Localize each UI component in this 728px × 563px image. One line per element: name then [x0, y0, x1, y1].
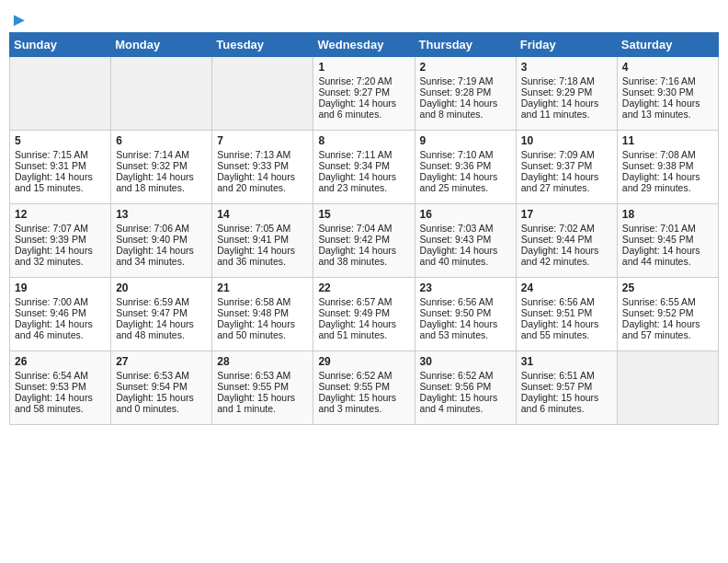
- sunrise-text: Sunrise: 6:52 AM: [318, 370, 409, 381]
- calendar-cell: 30Sunrise: 6:52 AMSunset: 9:56 PMDayligh…: [415, 351, 516, 425]
- day-number: 21: [217, 282, 308, 294]
- daylight-text: Daylight: 15 hours and 3 minutes.: [318, 392, 409, 414]
- sunrise-text: Sunrise: 6:55 AM: [622, 296, 713, 307]
- calendar-cell: 15Sunrise: 7:04 AMSunset: 9:42 PMDayligh…: [313, 204, 415, 278]
- daylight-text: Daylight: 14 hours and 38 minutes.: [318, 245, 409, 267]
- calendar-cell: 16Sunrise: 7:03 AMSunset: 9:43 PMDayligh…: [415, 204, 516, 278]
- logo: ►: [9, 9, 28, 27]
- sunrise-text: Sunrise: 7:07 AM: [15, 223, 106, 234]
- sunset-text: Sunset: 9:37 PM: [521, 160, 612, 171]
- sunset-text: Sunset: 9:42 PM: [318, 234, 409, 245]
- day-number: 9: [420, 134, 511, 147]
- day-number: 20: [116, 282, 207, 294]
- sunrise-text: Sunrise: 7:13 AM: [217, 149, 308, 160]
- sunset-text: Sunset: 9:49 PM: [318, 307, 409, 318]
- sunrise-text: Sunrise: 6:57 AM: [318, 296, 409, 307]
- day-number: 12: [15, 208, 106, 221]
- sunrise-text: Sunrise: 7:09 AM: [521, 149, 612, 160]
- sunrise-text: Sunrise: 7:20 AM: [318, 75, 409, 86]
- calendar-cell: 7Sunrise: 7:13 AMSunset: 9:33 PMDaylight…: [212, 131, 313, 204]
- weekday-header-friday: Friday: [516, 33, 617, 57]
- sunset-text: Sunset: 9:57 PM: [521, 381, 612, 392]
- daylight-text: Daylight: 14 hours and 42 minutes.: [521, 245, 612, 267]
- daylight-text: Daylight: 14 hours and 32 minutes.: [15, 245, 106, 267]
- sunrise-text: Sunrise: 7:06 AM: [116, 223, 207, 234]
- sunset-text: Sunset: 9:55 PM: [318, 381, 409, 392]
- logo-arrow-icon: ►: [10, 9, 28, 30]
- calendar-cell: 20Sunrise: 6:59 AMSunset: 9:47 PMDayligh…: [111, 278, 212, 351]
- sunrise-text: Sunrise: 7:04 AM: [318, 223, 409, 234]
- calendar-cell: 27Sunrise: 6:53 AMSunset: 9:54 PMDayligh…: [111, 351, 212, 425]
- sunset-text: Sunset: 9:30 PM: [622, 86, 713, 98]
- day-number: 14: [217, 208, 308, 221]
- daylight-text: Daylight: 14 hours and 58 minutes.: [15, 392, 106, 414]
- sunrise-text: Sunrise: 6:59 AM: [116, 296, 207, 307]
- sunset-text: Sunset: 9:40 PM: [116, 234, 207, 245]
- sunrise-text: Sunrise: 7:18 AM: [521, 75, 612, 86]
- day-number: 28: [217, 355, 308, 368]
- calendar-cell: 5Sunrise: 7:15 AMSunset: 9:31 PMDaylight…: [10, 131, 111, 204]
- calendar-cell: 24Sunrise: 6:56 AMSunset: 9:51 PMDayligh…: [516, 278, 617, 351]
- daylight-text: Daylight: 14 hours and 53 minutes.: [420, 318, 511, 340]
- daylight-text: Daylight: 14 hours and 27 minutes.: [521, 171, 612, 193]
- weekday-header-thursday: Thursday: [415, 33, 516, 57]
- calendar-cell: [10, 57, 111, 131]
- day-number: 8: [318, 134, 409, 147]
- sunset-text: Sunset: 9:36 PM: [420, 160, 511, 171]
- sunrise-text: Sunrise: 7:16 AM: [622, 75, 713, 86]
- sunrise-text: Sunrise: 7:14 AM: [116, 149, 207, 160]
- sunset-text: Sunset: 9:29 PM: [521, 86, 612, 98]
- sunrise-text: Sunrise: 7:08 AM: [622, 149, 713, 160]
- daylight-text: Daylight: 14 hours and 50 minutes.: [217, 318, 308, 340]
- day-number: 22: [318, 282, 409, 294]
- page-header: ►: [9, 9, 719, 27]
- day-number: 25: [622, 282, 713, 294]
- sunset-text: Sunset: 9:47 PM: [116, 307, 207, 318]
- sunset-text: Sunset: 9:39 PM: [15, 234, 106, 245]
- calendar-cell: 17Sunrise: 7:02 AMSunset: 9:44 PMDayligh…: [516, 204, 617, 278]
- day-number: 7: [217, 134, 308, 147]
- sunset-text: Sunset: 9:32 PM: [116, 160, 207, 171]
- calendar-cell: 28Sunrise: 6:53 AMSunset: 9:55 PMDayligh…: [212, 351, 313, 425]
- daylight-text: Daylight: 14 hours and 15 minutes.: [15, 171, 106, 193]
- day-number: 18: [622, 208, 713, 221]
- daylight-text: Daylight: 14 hours and 36 minutes.: [217, 245, 308, 267]
- sunset-text: Sunset: 9:33 PM: [217, 160, 308, 171]
- daylight-text: Daylight: 14 hours and 23 minutes.: [318, 171, 409, 193]
- day-number: 30: [420, 355, 511, 368]
- sunrise-text: Sunrise: 6:56 AM: [521, 296, 612, 307]
- day-number: 6: [116, 134, 207, 147]
- daylight-text: Daylight: 15 hours and 4 minutes.: [420, 392, 511, 414]
- calendar-cell: 23Sunrise: 6:56 AMSunset: 9:50 PMDayligh…: [415, 278, 516, 351]
- sunset-text: Sunset: 9:41 PM: [217, 234, 308, 245]
- calendar-cell: 8Sunrise: 7:11 AMSunset: 9:34 PMDaylight…: [313, 131, 415, 204]
- calendar-week-1: 1Sunrise: 7:20 AMSunset: 9:27 PMDaylight…: [10, 57, 719, 131]
- sunset-text: Sunset: 9:53 PM: [15, 381, 106, 392]
- calendar-cell: 21Sunrise: 6:58 AMSunset: 9:48 PMDayligh…: [212, 278, 313, 351]
- sunset-text: Sunset: 9:44 PM: [521, 234, 612, 245]
- calendar-cell: 25Sunrise: 6:55 AMSunset: 9:52 PMDayligh…: [617, 278, 718, 351]
- sunset-text: Sunset: 9:45 PM: [622, 234, 713, 245]
- calendar-cell: 12Sunrise: 7:07 AMSunset: 9:39 PMDayligh…: [10, 204, 111, 278]
- calendar-cell: 13Sunrise: 7:06 AMSunset: 9:40 PMDayligh…: [111, 204, 212, 278]
- day-number: 5: [15, 134, 106, 147]
- calendar-cell: [111, 57, 212, 131]
- sunset-text: Sunset: 9:50 PM: [420, 307, 511, 318]
- sunrise-text: Sunrise: 7:01 AM: [622, 223, 713, 234]
- calendar-cell: 31Sunrise: 6:51 AMSunset: 9:57 PMDayligh…: [516, 351, 617, 425]
- daylight-text: Daylight: 15 hours and 1 minute.: [217, 392, 308, 414]
- day-number: 24: [521, 282, 612, 294]
- daylight-text: Daylight: 14 hours and 48 minutes.: [116, 318, 207, 340]
- day-number: 11: [622, 134, 713, 147]
- sunset-text: Sunset: 9:52 PM: [622, 307, 713, 318]
- sunrise-text: Sunrise: 7:11 AM: [318, 149, 409, 160]
- calendar-cell: 3Sunrise: 7:18 AMSunset: 9:29 PMDaylight…: [516, 57, 617, 131]
- daylight-text: Daylight: 14 hours and 55 minutes.: [521, 318, 612, 340]
- daylight-text: Daylight: 14 hours and 29 minutes.: [622, 171, 713, 193]
- weekday-header-monday: Monday: [111, 33, 212, 57]
- sunrise-text: Sunrise: 6:58 AM: [217, 296, 308, 307]
- calendar-cell: 6Sunrise: 7:14 AMSunset: 9:32 PMDaylight…: [111, 131, 212, 204]
- sunrise-text: Sunrise: 7:00 AM: [15, 296, 106, 307]
- sunset-text: Sunset: 9:48 PM: [217, 307, 308, 318]
- sunrise-text: Sunrise: 6:56 AM: [420, 296, 511, 307]
